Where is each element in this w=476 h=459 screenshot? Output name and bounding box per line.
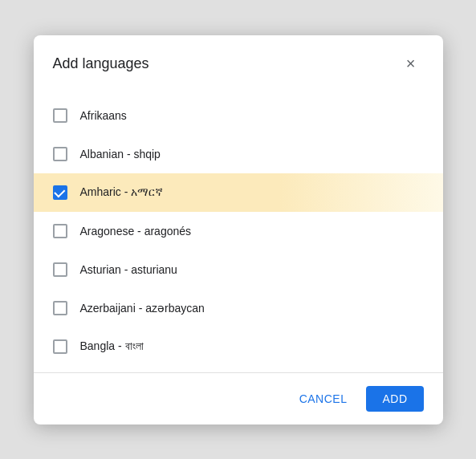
cancel-button[interactable]: CANCEL (287, 386, 360, 412)
add-button[interactable]: ADD (366, 386, 423, 412)
language-label-bangla: Bangla - বাংলা (80, 339, 144, 353)
dialog-footer: CANCEL ADD (34, 373, 443, 424)
language-item-bangla[interactable]: Bangla - বাংলা (34, 327, 443, 366)
checkbox-asturian[interactable] (53, 262, 67, 277)
checkbox-amharic[interactable] (53, 185, 67, 200)
language-item-azerbaijani[interactable]: Azerbaijani - azərbaycan (34, 289, 443, 327)
language-label-amharic: Amharic - አማርኛ (80, 185, 164, 199)
add-languages-dialog: Add languages × AfrikaansAlbanian - shqi… (34, 35, 443, 424)
language-label-asturian: Asturian - asturianu (80, 263, 177, 276)
language-item-afrikaans[interactable]: Afrikaans (34, 96, 443, 135)
language-item-amharic[interactable]: Amharic - አማርኛ (34, 173, 443, 212)
language-item-albanian[interactable]: Albanian - shqip (34, 135, 443, 173)
checkbox-bangla[interactable] (53, 339, 67, 354)
language-item-aragonese[interactable]: Aragonese - aragonés (34, 212, 443, 250)
language-label-aragonese: Aragonese - aragonés (80, 225, 192, 238)
checkbox-azerbaijani[interactable] (53, 301, 67, 315)
language-label-afrikaans: Afrikaans (80, 109, 127, 122)
language-label-albanian: Albanian - shqip (80, 148, 161, 160)
language-list: AfrikaansAlbanian - shqipAmharic - አማርኛA… (34, 90, 443, 372)
checkbox-albanian[interactable] (53, 147, 67, 161)
dialog-title: Add languages (53, 55, 149, 72)
dialog-header: Add languages × (34, 35, 443, 90)
checkbox-aragonese[interactable] (53, 224, 67, 238)
checkbox-afrikaans[interactable] (53, 108, 67, 123)
language-item-asturian[interactable]: Asturian - asturianu (34, 250, 443, 289)
close-button[interactable]: × (398, 51, 424, 77)
language-label-azerbaijani: Azerbaijani - azərbaycan (80, 302, 205, 315)
